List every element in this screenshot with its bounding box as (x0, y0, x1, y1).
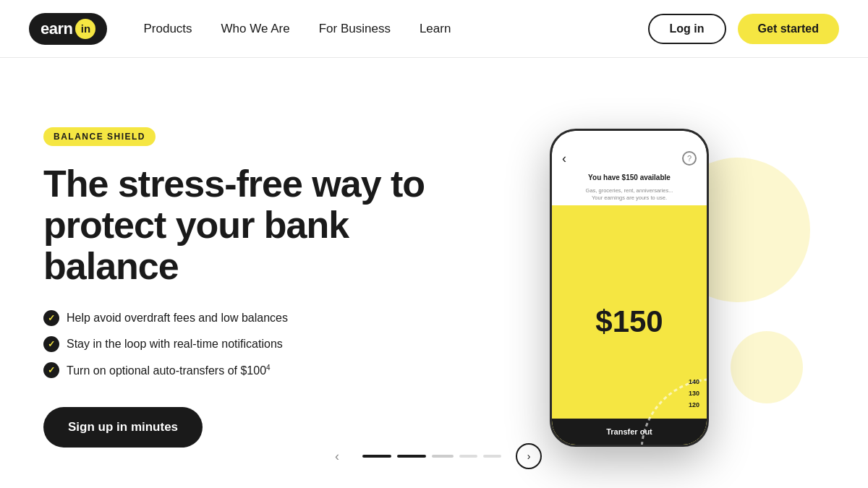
carousel-dot-5[interactable] (483, 455, 501, 458)
deco-circle-3 (731, 331, 803, 403)
check-icon (43, 310, 59, 326)
hero-badge: BALANCE SHIELD (43, 127, 156, 146)
phone-amount: $150 (595, 304, 663, 339)
carousel-dot-1[interactable] (362, 455, 391, 458)
phone-mockup: ‹ ? You have $150 available Gas, groceri… (550, 129, 709, 447)
phone-yellow-area: $150 140 130 120 Transfer out (552, 205, 707, 445)
phone-header: ‹ ? (552, 131, 707, 174)
nav-learn[interactable]: Learn (420, 22, 451, 36)
hero-title-line1: The stress-free way to (43, 163, 425, 205)
nav-products[interactable]: Products (143, 22, 192, 36)
dial-label-140: 140 (689, 378, 699, 385)
carousel: ‹ › (0, 432, 868, 481)
phone-back-icon: ‹ (562, 151, 566, 166)
phone-subtitle: Gas, groceries, rent, anniversaries...Yo… (552, 187, 707, 205)
nav-links: Products Who We Are For Business Learn (143, 22, 647, 36)
feature-text-3: Turn on optional auto-transfers of $1004 (67, 364, 271, 377)
hero-left: BALANCE SHIELD The stress-free way to pr… (43, 127, 434, 448)
carousel-prev-arrow[interactable]: ‹ (326, 445, 348, 467)
feature-item: Turn on optional auto-transfers of $1004 (43, 362, 434, 378)
hero-section: BALANCE SHIELD The stress-free way to pr… (0, 58, 868, 488)
feature-text-1: Help avoid overdraft fees and low balanc… (67, 312, 288, 325)
nav-for-business[interactable]: For Business (319, 22, 391, 36)
hero-features: Help avoid overdraft fees and low balanc… (43, 310, 434, 378)
feature-text-2: Stay in the loop with real-time notifica… (67, 338, 283, 351)
dial-label-120: 120 (689, 401, 699, 408)
dial-labels: 140 130 120 (689, 378, 699, 408)
feature-item: Help avoid overdraft fees and low balanc… (43, 310, 434, 326)
phone-available-text: You have $150 available (552, 174, 707, 187)
carousel-dot-3[interactable] (432, 455, 454, 458)
feature-item: Stay in the loop with real-time notifica… (43, 336, 434, 352)
navbar: earn in Products Who We Are For Business… (0, 0, 868, 58)
login-button[interactable]: Log in (648, 14, 726, 44)
get-started-button[interactable]: Get started (738, 14, 839, 44)
phone-help-icon: ? (682, 151, 697, 166)
dial-label-130: 130 (689, 390, 699, 397)
logo[interactable]: earn in (29, 13, 107, 45)
logo-earn-text: earn (41, 20, 72, 38)
logo-in-badge: in (75, 19, 95, 39)
carousel-next-button[interactable]: › (516, 443, 542, 469)
check-icon (43, 336, 59, 352)
carousel-dots (362, 455, 501, 458)
check-icon (43, 362, 59, 378)
nav-actions: Log in Get started (648, 14, 839, 44)
hero-title: The stress-free way to protect your bank… (43, 163, 434, 288)
nav-who-we-are[interactable]: Who We Are (221, 22, 290, 36)
carousel-dot-2[interactable] (397, 455, 426, 458)
hero-title-line2: protect your bank balance (43, 204, 349, 287)
hero-right: ‹ ? You have $150 available Gas, groceri… (434, 129, 825, 447)
phone-screen: ‹ ? You have $150 available Gas, groceri… (552, 131, 707, 445)
carousel-dot-4[interactable] (459, 455, 477, 458)
